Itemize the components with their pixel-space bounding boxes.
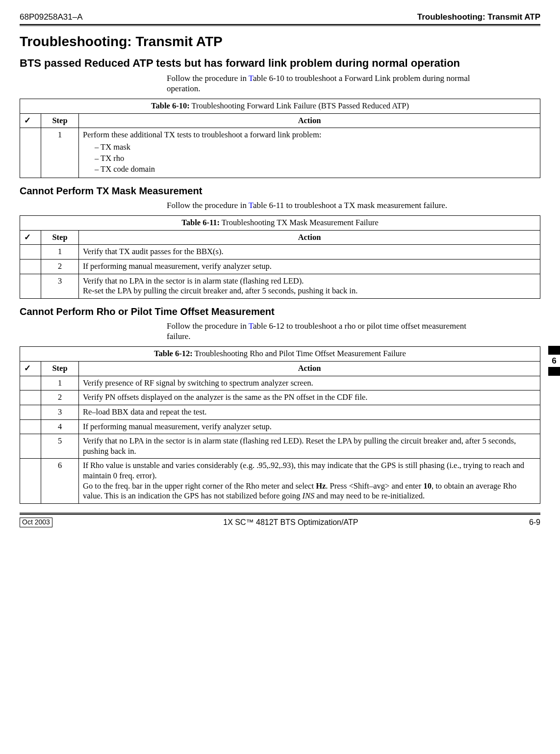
footer-page-number: 6-9 [529,518,540,527]
check-cell [20,434,41,459]
step-cell: 1 [41,376,79,390]
para-text: Follow the procedure in [167,201,249,210]
intro-para-3: Follow the procedure in Table 6-12 to tr… [167,321,481,342]
table-6-12: Table 6-12: Troubleshooting Rho and Pilo… [20,346,540,504]
step-cell: 2 [41,390,79,405]
step-header: Step [41,113,79,128]
italic-ins: INS [302,491,314,500]
table-header-row: ✓ Step Action [20,362,540,376]
table-caption-text: Troubleshooting Rho and Pilot Time Offse… [193,349,406,358]
footer-rule-inner [20,513,540,513]
check-cell [20,128,41,178]
intro-para-2: Follow the procedure in Table 6-11 to tr… [167,200,481,210]
action-cell: If performing manual measurement, verify… [79,419,540,434]
step-cell: 2 [41,260,79,274]
action-cell: If performing manual measurement, verify… [79,260,540,274]
action-text: . Press <Shift–avg> and enter [326,481,423,491]
footer-title: 1X SC™ 4812T BTS Optimization/ATP [223,518,358,527]
table-caption-row: Table 6-11: Troubleshooting TX Mask Meas… [20,216,540,231]
table-caption: Table 6-11: Troubleshooting TX Mask Meas… [20,216,540,231]
table-caption-label: Table 6-10: [151,101,190,110]
tab-block-bottom [548,367,560,376]
table-caption: Table 6-10: Troubleshooting Forward Link… [20,99,540,114]
table-row: 1 Perform these additional TX tests to t… [20,128,540,178]
chapter-number: 6 [548,355,560,367]
para-text: able 6-11 to troubleshoot a TX mask meas… [253,201,447,210]
header-rule [20,24,540,25]
table-row: 5 Verify that no LPA in the sector is in… [20,434,540,459]
page-footer: Oct 2003 1X SC™ 4812T BTS Optimization/A… [20,515,540,527]
table-6-11-link[interactable]: T [249,201,253,210]
action-cell: Verify that no LPA in the sector is in a… [79,434,540,459]
section-heading-bts-passed: BTS passed Reduced ATP tests but has for… [20,57,540,70]
step-cell: 1 [41,128,79,178]
table-6-10: Table 6-10: Troubleshooting Forward Link… [20,99,540,178]
table-header-row: ✓ Step Action [20,113,540,128]
action-header: Action [79,362,540,376]
list-item: TX mask [95,142,536,153]
step-cell: 5 [41,434,79,459]
chapter-tab: 6 [548,346,560,376]
table-6-12-link[interactable]: T [249,321,253,331]
doc-id: 68P09258A31–A [20,12,83,22]
step-cell: 1 [41,245,79,260]
table-6-10-link[interactable]: T [249,74,253,83]
action-cell: Perform these additional TX tests to tro… [79,128,540,178]
para-text: Follow the procedure in [167,74,249,83]
check-cell [20,390,41,405]
table-caption-label: Table 6-12: [154,349,193,358]
table-row: 4 If performing manual measurement, veri… [20,419,540,434]
table-caption-row: Table 6-10: Troubleshooting Forward Link… [20,99,540,114]
step-cell: 3 [41,274,79,298]
action-header: Action [79,230,540,245]
intro-para-1: Follow the procedure in Table 6-10 to tr… [167,73,481,94]
tab-block-top [548,346,560,355]
action-cell: If Rho value is unstable and varies cons… [79,459,540,504]
table-caption-row: Table 6-12: Troubleshooting Rho and Pilo… [20,347,540,362]
table-caption-text: Troubleshooting TX Mask Measurement Fail… [220,218,379,227]
table-row: 6 If Rho value is unstable and varies co… [20,459,540,504]
para-text: Follow the procedure in [167,321,249,331]
action-text: Perform these additional TX tests to tro… [83,130,321,139]
list-item: TX code domain [95,164,536,175]
check-cell [20,274,41,298]
action-text: and may need to be re-initialized. [314,491,425,500]
check-header: ✓ [20,113,41,128]
step-cell: 4 [41,419,79,434]
table-caption: Table 6-12: Troubleshooting Rho and Pilo… [20,347,540,362]
section-heading-rho-pto: Cannot Perform Rho or Pilot Time Offset … [20,306,540,318]
table-row: 1 Verify presence of RF signal by switch… [20,376,540,390]
action-text: If Rho value is unstable and varies cons… [83,461,524,480]
action-header: Action [79,113,540,128]
table-row: 2 If performing manual measurement, veri… [20,260,540,274]
step-header: Step [41,230,79,245]
action-cell: Re–load BBX data and repeat the test. [79,405,540,419]
table-header-row: ✓ Step Action [20,230,540,245]
check-cell [20,245,41,260]
footer-date: Oct 2003 [20,518,52,527]
bold-ten: 10 [423,481,432,491]
header-rule-inner [20,26,540,26]
table-caption-text: Troubleshooting Forward Link Failure (BT… [190,101,409,110]
tx-test-list: TX mask TX rho TX code domain [83,142,536,175]
page-title: Troubleshooting: Transmit ATP [20,33,540,50]
check-cell [20,376,41,390]
table-row: 3 Verify that no LPA in the sector is in… [20,274,540,298]
action-cell: Verify PN offsets displayed on the analy… [79,390,540,405]
list-item: TX rho [95,154,536,164]
section-heading-tx-mask: Cannot Perform TX Mask Measurement [20,185,540,197]
check-cell [20,405,41,419]
check-header: ✓ [20,362,41,376]
page-header: 68P09258A31–A Troubleshooting: Transmit … [20,12,540,23]
check-cell [20,419,41,434]
step-cell: 6 [41,459,79,504]
action-cell: Verify that no LPA in the sector is in a… [79,274,540,298]
check-cell [20,459,41,504]
check-cell [20,260,41,274]
action-cell: Verify presence of RF signal by switchin… [79,376,540,390]
check-header: ✓ [20,230,41,245]
table-row: 3 Re–load BBX data and repeat the test. [20,405,540,419]
table-caption-label: Table 6-11: [181,218,220,227]
action-cell: Verify that TX audit passes for the BBX(… [79,245,540,260]
step-cell: 3 [41,405,79,419]
